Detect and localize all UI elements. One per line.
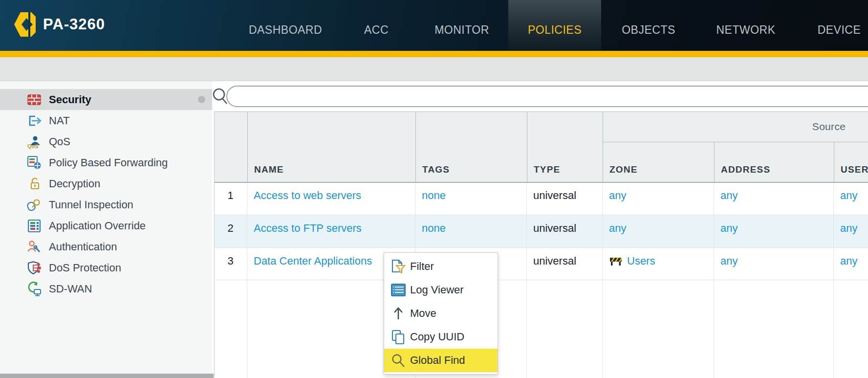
nav-tab-dashboard[interactable]: DASHBOARD bbox=[237, 0, 334, 51]
sidebar-item-application-override[interactable]: Application Override bbox=[0, 215, 212, 236]
sidebar-item-nat[interactable]: NAT bbox=[0, 110, 212, 131]
sidebar-item-label: SD-WAN bbox=[49, 283, 92, 295]
sidebar-item-label: Security bbox=[49, 93, 91, 106]
table-header-bottom-border bbox=[214, 182, 868, 183]
nav-tab-objects[interactable]: OBJECTS bbox=[612, 0, 685, 51]
sidebar-item-decryption[interactable]: Decryption bbox=[0, 173, 212, 194]
context-menu-item-label: Global Find bbox=[410, 354, 465, 367]
authentication-icon bbox=[27, 240, 42, 254]
rule-number[interactable]: 1 bbox=[214, 182, 247, 215]
qos-icon: QoS bbox=[27, 134, 42, 149]
sidebar-item-label: NAT bbox=[49, 114, 69, 127]
column-header-zone[interactable]: ZONE bbox=[603, 142, 714, 182]
search-icon bbox=[391, 353, 406, 368]
rule-user-link[interactable]: any bbox=[840, 255, 857, 267]
log-viewer-icon bbox=[391, 283, 406, 297]
nav-tab-acc[interactable]: ACC bbox=[352, 0, 401, 51]
sidebar-item-policy-based-forwarding[interactable]: Policy Based Forwarding bbox=[0, 152, 212, 173]
palo-alto-logo-icon bbox=[13, 12, 36, 37]
rule-name-link[interactable]: Access to FTP servers bbox=[254, 222, 362, 235]
rule-address-link[interactable]: any bbox=[720, 189, 738, 202]
sidebar-item-label: Decryption bbox=[49, 178, 100, 190]
table-empty-area bbox=[214, 280, 868, 378]
rule-zone-link[interactable]: Users bbox=[627, 255, 655, 267]
rule-context-menu: Filter Log Viewer bbox=[384, 252, 498, 375]
context-menu-item-label: Move bbox=[410, 307, 436, 320]
context-menu-item-label: Filter bbox=[410, 260, 434, 273]
device-model-title: PA-3260 bbox=[43, 16, 105, 33]
filter-icon bbox=[391, 259, 406, 274]
rule-type: universal bbox=[527, 182, 603, 215]
sd-wan-icon bbox=[27, 282, 42, 296]
sidebar-item-label: Application Override bbox=[49, 220, 146, 232]
rule-zone-link[interactable]: any bbox=[609, 222, 626, 235]
table-row: 3 Data Center Applications universal bbox=[214, 248, 868, 280]
sidebar-item-label: Policy Based Forwarding bbox=[49, 156, 168, 169]
column-header-type[interactable]: TYPE bbox=[527, 111, 603, 182]
move-up-icon bbox=[391, 306, 406, 321]
sidebar-item-tunnel-inspection[interactable]: Tunnel Inspection bbox=[0, 194, 212, 215]
sub-toolbar bbox=[0, 57, 868, 81]
rule-address-link[interactable]: any bbox=[720, 255, 738, 267]
top-nav-bar: PA-3260 DASHBOARD ACC MONITOR POLICIES O… bbox=[0, 0, 868, 51]
context-menu-item-move[interactable]: Move bbox=[384, 302, 498, 325]
application-override-icon bbox=[27, 219, 42, 233]
context-menu-item-copy-uuid[interactable]: Copy UUID bbox=[384, 325, 498, 349]
rule-user-link[interactable]: any bbox=[840, 189, 857, 202]
rulebase-search-field[interactable] bbox=[226, 86, 868, 107]
selected-indicator-dot bbox=[198, 96, 205, 103]
decryption-icon bbox=[27, 177, 42, 191]
sidebar-item-dos-protection[interactable]: DoS Protection bbox=[0, 257, 212, 278]
nav-tab-monitor[interactable]: MONITOR bbox=[418, 0, 506, 51]
nav-tab-network[interactable]: NETWORK bbox=[702, 0, 790, 51]
nav-tab-policies[interactable]: POLICIES bbox=[508, 0, 601, 51]
nat-icon bbox=[27, 113, 42, 128]
sidebar-item-authentication[interactable]: Authentication bbox=[0, 236, 212, 257]
policy-based-forwarding-icon bbox=[27, 156, 42, 170]
sidebar-item-qos[interactable]: QoS QoS bbox=[0, 131, 212, 152]
context-menu-item-filter[interactable]: Filter bbox=[384, 255, 498, 278]
column-header-address[interactable]: ADDRESS bbox=[714, 142, 834, 182]
sidebar-item-security[interactable]: Security bbox=[0, 89, 212, 110]
rule-number[interactable]: 2 bbox=[214, 215, 247, 248]
rule-type: universal bbox=[527, 248, 603, 280]
column-header-rownum bbox=[214, 111, 247, 182]
context-menu-item-global-find[interactable]: Global Find bbox=[384, 349, 498, 372]
column-header-name[interactable]: NAME bbox=[247, 111, 415, 182]
rule-tags-link[interactable]: none bbox=[422, 189, 446, 202]
tunnel-inspection-icon bbox=[27, 198, 42, 212]
rule-number[interactable]: 3 bbox=[214, 248, 247, 280]
table-row: 1 Access to web servers none universal a… bbox=[214, 182, 868, 215]
context-menu-item-log-viewer[interactable]: Log Viewer bbox=[384, 278, 498, 302]
svg-text:QoS: QoS bbox=[27, 143, 39, 149]
column-header-tags[interactable]: TAGS bbox=[415, 111, 527, 182]
column-header-user[interactable]: USER bbox=[834, 142, 868, 182]
barrier-icon bbox=[609, 256, 623, 267]
sidebar-item-label: Authentication bbox=[49, 241, 117, 253]
sidebar-item-label: DoS Protection bbox=[49, 262, 121, 274]
table-row: 2 Access to FTP servers none universal a… bbox=[214, 215, 868, 248]
nav-tab-device[interactable]: DEVICE bbox=[805, 0, 868, 51]
rule-name-link[interactable]: Access to web servers bbox=[254, 189, 361, 202]
rule-zone-link[interactable]: any bbox=[609, 189, 626, 202]
accent-stripe bbox=[0, 51, 868, 57]
rule-user-link[interactable]: any bbox=[840, 222, 857, 235]
copy-icon bbox=[391, 330, 406, 344]
rule-tags-link[interactable]: none bbox=[422, 222, 446, 235]
sidebar-item-label: QoS bbox=[49, 135, 70, 148]
pan-os-window: PA-3260 DASHBOARD ACC MONITOR POLICIES O… bbox=[0, 0, 868, 378]
rule-address-link[interactable]: any bbox=[720, 222, 738, 235]
table-top-border bbox=[214, 111, 868, 112]
brand[interactable]: PA-3260 bbox=[13, 12, 105, 37]
sidebar-scrollbar[interactable] bbox=[0, 374, 214, 378]
dos-protection-icon bbox=[27, 261, 42, 275]
sidebar-item-sd-wan[interactable]: SD-WAN bbox=[0, 278, 212, 299]
rule-type: universal bbox=[527, 215, 603, 248]
context-menu-item-label: Copy UUID bbox=[410, 331, 464, 343]
column-group-source: Source bbox=[603, 111, 868, 142]
security-icon bbox=[27, 92, 42, 107]
table-left-border bbox=[214, 111, 215, 378]
sidebar-item-label: Tunnel Inspection bbox=[49, 199, 133, 211]
rule-name-link[interactable]: Data Center Applications bbox=[254, 255, 372, 267]
search-input[interactable] bbox=[227, 87, 868, 106]
